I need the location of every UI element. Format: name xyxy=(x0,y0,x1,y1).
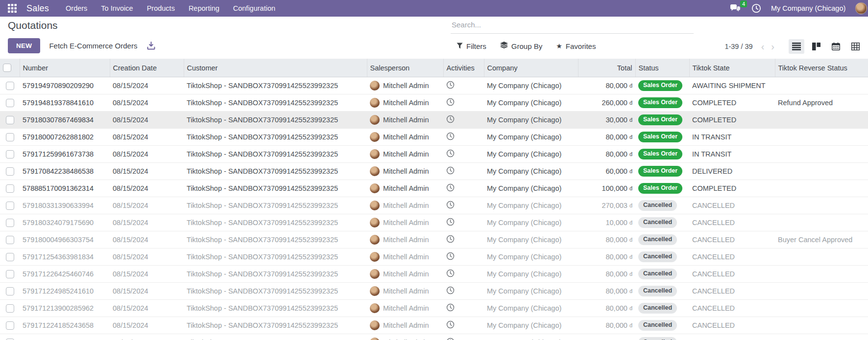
status-badge: Cancelled xyxy=(638,269,677,280)
menu-configuration[interactable]: Configuration xyxy=(233,4,275,12)
row-checkbox[interactable] xyxy=(6,133,14,141)
calendar-view-button[interactable] xyxy=(828,39,844,54)
table-row[interactable]: 579171213900285962 08/15/2024 TiktokShop… xyxy=(0,300,868,317)
table-row[interactable]: 579194970890209290 08/15/2024 TiktokShop… xyxy=(0,77,868,94)
tiktok-state: CANCELLED xyxy=(689,317,775,334)
table-row[interactable]: 579194819378841610 08/15/2024 TiktokShop… xyxy=(0,94,868,112)
activity-clock-icon[interactable] xyxy=(446,237,455,245)
filters-button[interactable]: Filters xyxy=(457,42,486,50)
table-row[interactable]: 579180007262881802 08/15/2024 TiktokShop… xyxy=(0,129,868,146)
table-row[interactable]: 579171259961673738 08/15/2024 TiktokShop… xyxy=(0,146,868,163)
activity-clock-icon[interactable] xyxy=(446,100,455,108)
activity-clock-icon[interactable] xyxy=(446,185,455,193)
row-checkbox[interactable] xyxy=(6,219,14,227)
kanban-view-button[interactable] xyxy=(808,39,824,54)
pivot-view-button[interactable] xyxy=(847,39,863,54)
column-header-status[interactable]: Status xyxy=(635,59,689,77)
pager-previous-button[interactable]: ‹ xyxy=(758,42,768,51)
column-header-creation-date[interactable]: Creation Date xyxy=(110,59,184,77)
creation-date: 08/15/2024 xyxy=(110,77,184,94)
select-all-checkbox[interactable] xyxy=(3,64,11,72)
salesperson-name: Mitchell Admin xyxy=(383,82,429,90)
pager-next-button[interactable]: › xyxy=(768,42,778,51)
row-checkbox[interactable] xyxy=(6,150,14,159)
tiktok-reverse-status xyxy=(775,197,868,214)
app-name[interactable]: Sales xyxy=(26,3,49,14)
favorites-button[interactable]: ★ Favorites xyxy=(556,42,596,50)
company-switcher[interactable]: My Company (Chicago) xyxy=(771,4,845,12)
menu-products[interactable]: Products xyxy=(147,4,175,12)
table-row[interactable]: 579171224185243658 08/15/2024 TiktokShop… xyxy=(0,317,868,334)
row-checkbox[interactable] xyxy=(6,82,14,90)
table-row[interactable]: 579171226425460746 08/15/2024 TiktokShop… xyxy=(0,266,868,283)
star-icon: ★ xyxy=(556,43,562,49)
table-row[interactable]: 578885170091362314 08/15/2024 TiktokShop… xyxy=(0,180,868,197)
activity-clock-icon[interactable] xyxy=(446,168,455,176)
column-header-tiktok-state[interactable]: Tiktok State xyxy=(689,59,775,77)
column-header-salesperson[interactable]: Salesperson xyxy=(367,59,443,77)
customer-name: TiktokShop - SANDBOX7370991425523992325 xyxy=(184,266,367,283)
activity-clock-icon[interactable] xyxy=(446,151,455,159)
tiktok-state: CANCELLED xyxy=(689,283,775,300)
status-badge: Cancelled xyxy=(638,286,677,297)
order-number: 579180007262881802 xyxy=(20,129,110,146)
table-row[interactable]: 579180324079175690 08/15/2024 TiktokShop… xyxy=(0,214,868,231)
activity-clock-icon[interactable] xyxy=(446,288,455,296)
activity-clock-icon[interactable] xyxy=(446,220,455,227)
row-checkbox[interactable] xyxy=(6,202,14,210)
row-checkbox[interactable] xyxy=(6,287,14,295)
total-amount: 80,000 đ xyxy=(578,231,635,249)
row-checkbox[interactable] xyxy=(6,184,14,193)
table-row[interactable]: 579170842238486538 08/15/2024 TiktokShop… xyxy=(0,163,868,180)
user-avatar[interactable] xyxy=(855,2,867,14)
row-checkbox[interactable] xyxy=(6,304,14,313)
column-header-customer[interactable]: Customer xyxy=(184,59,367,77)
row-checkbox[interactable] xyxy=(6,236,14,244)
column-header-tiktok-reverse-status[interactable]: Tiktok Reverse Status xyxy=(775,59,868,77)
row-checkbox[interactable] xyxy=(6,253,14,261)
order-number: 579171202715846666 xyxy=(20,334,110,340)
column-header-number[interactable]: Number xyxy=(20,59,110,77)
table-row[interactable]: 579171224985241610 08/15/2024 TiktokShop… xyxy=(0,283,868,300)
table-row[interactable]: 579180307867469834 08/15/2024 TiktokShop… xyxy=(0,112,868,129)
messages-icon[interactable]: 4 xyxy=(730,4,742,13)
column-header-activities[interactable]: Activities xyxy=(443,59,484,77)
activity-clock-icon[interactable] xyxy=(446,203,455,210)
menu-to-invoice[interactable]: To Invoice xyxy=(101,4,133,12)
activity-clock-icon[interactable] xyxy=(446,271,455,279)
menu-orders[interactable]: Orders xyxy=(66,4,87,12)
row-checkbox[interactable] xyxy=(6,270,14,278)
column-header-total[interactable]: Total xyxy=(578,59,635,77)
menu-reporting[interactable]: Reporting xyxy=(189,4,219,12)
group-by-button[interactable]: Group By xyxy=(500,42,542,50)
table-row[interactable]: 579171202715846666 08/15/2024 TiktokShop… xyxy=(0,334,868,340)
activity-clock-icon[interactable] xyxy=(446,322,455,330)
table-row[interactable]: 579180004966303754 08/15/2024 TiktokShop… xyxy=(0,231,868,249)
apps-grid-icon[interactable] xyxy=(8,4,17,13)
new-button[interactable]: NEW xyxy=(8,38,40,53)
customer-name: TiktokShop - SANDBOX7370991425523992325 xyxy=(184,317,367,334)
list-view-button[interactable] xyxy=(789,39,804,54)
row-checkbox[interactable] xyxy=(6,167,14,176)
activities-clock-icon[interactable] xyxy=(751,3,761,13)
salesperson-avatar xyxy=(370,98,380,108)
row-checkbox[interactable] xyxy=(6,321,14,330)
table-row[interactable]: 579171254363981834 08/15/2024 TiktokShop… xyxy=(0,249,868,266)
creation-date: 08/15/2024 xyxy=(110,163,184,180)
activity-clock-icon[interactable] xyxy=(446,254,455,262)
activity-clock-icon[interactable] xyxy=(446,117,455,125)
activity-clock-icon[interactable] xyxy=(446,305,455,313)
salesperson-avatar xyxy=(370,201,380,210)
creation-date: 08/15/2024 xyxy=(110,266,184,283)
download-icon[interactable] xyxy=(147,42,155,50)
salesperson-name: Mitchell Admin xyxy=(383,321,429,329)
activity-clock-icon[interactable] xyxy=(446,83,455,91)
currency-symbol: đ xyxy=(629,151,632,157)
fetch-ecommerce-orders-button[interactable]: Fetch E-Commerce Orders xyxy=(49,42,137,50)
row-checkbox[interactable] xyxy=(6,99,14,107)
column-header-company[interactable]: Company xyxy=(484,59,578,77)
row-checkbox[interactable] xyxy=(6,116,14,124)
search-input[interactable] xyxy=(451,19,694,34)
activity-clock-icon[interactable] xyxy=(446,134,455,142)
table-row[interactable]: 579180331390633994 08/15/2024 TiktokShop… xyxy=(0,197,868,214)
